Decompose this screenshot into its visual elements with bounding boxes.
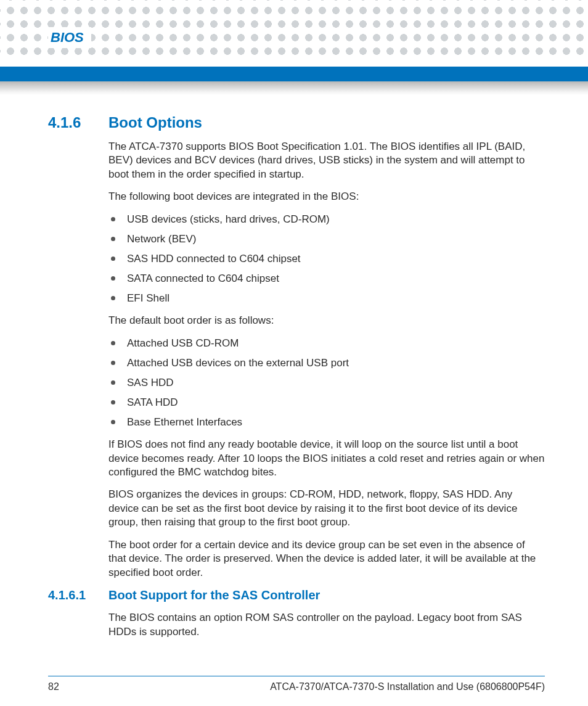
list-item: SATA HDD	[108, 396, 545, 409]
paragraph: The boot order for a certain device and …	[108, 538, 545, 580]
list-item: EFI Shell	[108, 292, 545, 305]
section-body: The ATCA-7370 supports BIOS Boot Specifi…	[108, 140, 545, 580]
section-number: 4.1.6	[48, 114, 108, 131]
list-item: Network (BEV)	[108, 232, 545, 246]
paragraph: If BIOS does not find any ready bootable…	[108, 438, 545, 479]
bullet-list-boot-order: Attached USB CD-ROM Attached USB devices…	[108, 337, 545, 429]
paragraph: The default boot order is as follows:	[108, 314, 545, 327]
list-item: USB devices (sticks, hard drives, CD-ROM…	[108, 213, 545, 226]
header-shadow-bar	[0, 81, 588, 95]
page-number: 82	[48, 681, 59, 692]
list-item: SAS HDD connected to C604 chipset	[108, 252, 545, 266]
list-item: SAS HDD	[108, 376, 545, 390]
page-content: 4.1.6 Boot Options The ATCA-7370 support…	[48, 114, 545, 647]
section-title: Boot Options	[108, 114, 202, 131]
header-chapter-label: BIOS	[48, 27, 91, 48]
paragraph: The BIOS contains an option ROM SAS cont…	[108, 611, 545, 639]
subsection-title: Boot Support for the SAS Controller	[108, 588, 320, 602]
paragraph: BIOS organizes the devices in groups: CD…	[108, 488, 545, 529]
subsection-number: 4.1.6.1	[48, 588, 108, 602]
paragraph: The ATCA-7370 supports BIOS Boot Specifi…	[108, 140, 545, 181]
paragraph: The following boot devices are integrate…	[108, 190, 545, 203]
list-item: Attached USB devices on the external USB…	[108, 356, 545, 370]
list-item: SATA connected to C604 chipset	[108, 272, 545, 285]
subsection-body: The BIOS contains an option ROM SAS cont…	[108, 611, 545, 639]
subsection-heading: 4.1.6.1 Boot Support for the SAS Control…	[48, 588, 545, 602]
list-item: Attached USB CD-ROM	[108, 337, 545, 350]
header-blue-bar	[0, 67, 588, 81]
document-reference: ATCA-7370/ATCA-7370-S Installation and U…	[270, 681, 545, 692]
page-footer: 82 ATCA-7370/ATCA-7370-S Installation an…	[48, 676, 545, 692]
bullet-list-boot-devices: USB devices (sticks, hard drives, CD-ROM…	[108, 213, 545, 305]
list-item: Base Ethernet Interfaces	[108, 416, 545, 429]
section-heading: 4.1.6 Boot Options	[48, 114, 545, 131]
